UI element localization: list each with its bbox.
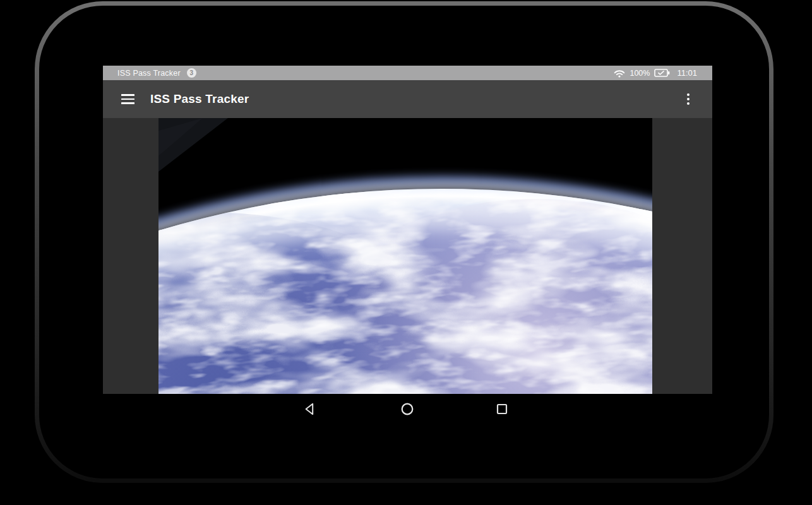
android-nav-bar [103, 394, 712, 424]
home-button[interactable] [400, 401, 415, 417]
hamburger-menu-icon[interactable] [121, 94, 134, 104]
iss-earth-live-view[interactable] [158, 118, 652, 394]
status-bar: ISS Pass Tracker 3 100% 11:01 [103, 66, 712, 80]
home-circle-icon [400, 402, 414, 416]
app-bar: ISS Pass Tracker [103, 80, 712, 118]
battery-charged-icon [654, 69, 670, 77]
app-content [103, 118, 712, 394]
overflow-menu-icon[interactable] [683, 90, 693, 108]
app-title: ISS Pass Tracker [150, 80, 249, 118]
clock: 11:01 [677, 68, 697, 78]
recents-button[interactable] [494, 401, 510, 417]
earth-from-space-image [158, 118, 652, 394]
tablet-mockup: ISS Pass Tracker 3 100% 11:01 [0, 0, 812, 505]
notification-count-badge: 3 [187, 68, 196, 78]
recents-square-icon [495, 402, 509, 416]
status-app-label: ISS Pass Tracker [117, 69, 181, 78]
back-button[interactable] [302, 401, 318, 417]
device-screen: ISS Pass Tracker 3 100% 11:01 [103, 66, 712, 424]
wifi-icon [614, 69, 625, 78]
back-triangle-icon [303, 402, 317, 416]
battery-percent: 100% [630, 69, 650, 78]
